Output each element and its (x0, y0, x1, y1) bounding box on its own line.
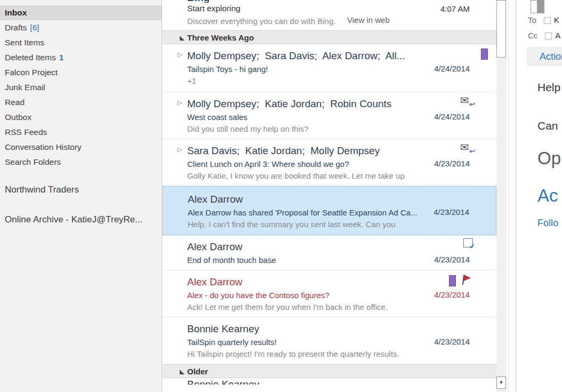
action-items-bar[interactable]: Action (527, 47, 562, 66)
to-row: ToK (528, 15, 559, 25)
email-subject: Alex Darrow has shared 'Proposal for Sea… (188, 208, 465, 217)
folder-label: Falcon Project (5, 68, 58, 77)
message-list-scrollbar[interactable]: ▼ (496, 0, 507, 392)
folder-label: RSS Feeds (5, 127, 47, 137)
email-date: 4/23/2014 (433, 207, 469, 217)
sidebar-item-deleted-items[interactable]: Deleted Items1 (0, 50, 162, 65)
category-icon[interactable] (449, 275, 456, 286)
replied-envelope-icon: ✉↩ (460, 95, 474, 107)
group-label: Three Weeks Ago (187, 33, 254, 42)
email-subject: Alex - do you have the Contoso figures? (187, 291, 464, 300)
scroll-down-button[interactable]: ▼ (496, 377, 506, 389)
pane-divider (508, 0, 509, 392)
expand-arrow-icon[interactable]: ▷ (178, 146, 182, 153)
email-date: 4/23/2014 (434, 337, 470, 346)
email-list-item[interactable]: ▷ Sara Davis; Katie Jordan; Molly Dempse… (163, 139, 496, 186)
account-online-archive[interactable]: Online Archive - KatieJ@TreyRe... (0, 214, 162, 225)
email-sender: Sara Davis; Katie Jordan; Molly Dempsey (187, 145, 496, 157)
sidebar-item-read[interactable]: Read (0, 95, 162, 110)
email-date: 4/24/2014 (434, 112, 470, 121)
email-sender: Bonnie Kearney (187, 323, 496, 335)
sidebar-item-outbox[interactable]: Outbox (0, 110, 162, 125)
group-label: Older (187, 367, 208, 376)
collapse-triangle-icon[interactable] (180, 370, 184, 374)
email-sender: Bonnie Kearney (187, 378, 496, 385)
scrollbar-thumb[interactable] (496, 0, 506, 58)
meeting-calendar-icon: ✓ (463, 238, 473, 247)
email-preview: Discover everything you can do with Bing… (187, 17, 496, 26)
folder-label: Outbox (5, 113, 31, 122)
envelope-icon: ✉ (460, 141, 469, 153)
message-list: Bing Start exploring Discover everything… (163, 0, 496, 392)
recipient-name[interactable]: K (554, 15, 559, 25)
email-list-item[interactable]: Alex Darrow End of month touch base 4/23… (163, 235, 496, 270)
envelope-icon: ✉ (460, 94, 469, 106)
expand-arrow-icon[interactable]: ▷ (178, 51, 182, 58)
reply-arrow-icon: ↩ (469, 100, 475, 108)
flag-pennant (464, 275, 471, 281)
email-list-item-selected[interactable]: Alex Darrow Alex Darrow has shared 'Prop… (163, 186, 496, 235)
folder-label: Sent Items (5, 38, 44, 47)
scroll-down-icon: ▼ (499, 380, 504, 385)
email-list-item-bing[interactable]: Start exploring Discover everything you … (163, 3, 496, 30)
email-sender: Molly Dempsey; Sara Davis; Alex Darrow; … (187, 50, 496, 62)
partial-bottom-row[interactable]: Bonnie Kearney (163, 378, 496, 385)
email-subject: End of month touch base (187, 255, 464, 265)
email-date: 4/23/2014 (434, 290, 470, 299)
email-sender: Molly Dempsey; Katie Jordan; Robin Count… (187, 98, 496, 110)
folder-label: Inbox (5, 8, 27, 17)
email-list-item[interactable]: ▷ Molly Dempsey; Sara Davis; Alex Darrow… (163, 44, 496, 92)
sidebar-item-drafts[interactable]: Drafts[6] (0, 20, 162, 35)
email-date: 4/23/2014 (434, 255, 470, 264)
email-preview: Help. I can't find the summary you sent … (188, 220, 465, 229)
view-in-web-link[interactable]: View in web (347, 15, 390, 25)
message-body-text: Can (537, 119, 558, 132)
sidebar-item-conversation-history[interactable]: Conversation History (0, 140, 162, 155)
account-northwind-traders[interactable]: Northwind Traders (0, 185, 162, 195)
email-preview: Did you still need my help on this? (187, 124, 464, 133)
sidebar-item-sent-items[interactable]: Sent Items (0, 35, 162, 50)
folder-label: Conversation History (5, 142, 82, 151)
email-subject: Client Lunch on April 3: Where should we… (187, 159, 464, 169)
group-header-older[interactable]: Older (163, 364, 496, 378)
email-subject: Tailspin Toys - hi gang! (187, 65, 464, 74)
email-date: 4/24/2014 (434, 64, 470, 73)
collapse-triangle-icon[interactable] (180, 36, 184, 41)
email-list-item[interactable]: ▷ Molly Dempsey; Katie Jordan; Robin Cou… (163, 92, 496, 139)
reading-pane: ToK CcA Action Help Can Op Ac Follo (516, 0, 562, 392)
email-time: 4:07 AM (440, 4, 470, 13)
contact-photo-icon (531, 0, 544, 13)
email-list-item-overdue[interactable]: Alex Darrow Alex - do you have the Conto… (163, 270, 496, 317)
folder-label: Deleted Items (5, 53, 56, 62)
sidebar-item-inbox[interactable]: Inbox (0, 5, 162, 20)
sidebar-item-rss-feeds[interactable]: RSS Feeds (0, 125, 162, 140)
unread-count: [6] (30, 23, 39, 32)
message-body-link[interactable]: Follo (537, 218, 558, 229)
folder-label: Search Folders (5, 157, 61, 166)
folder-label: Read (5, 98, 25, 107)
expand-arrow-icon[interactable]: ▷ (178, 99, 182, 106)
email-preview: Ack! Let me get them for you when I'm ba… (187, 302, 464, 311)
group-header-three-weeks-ago[interactable]: Three Weeks Ago (163, 30, 496, 44)
category-icon[interactable] (481, 49, 488, 60)
cc-row: CcA (528, 31, 560, 40)
folder-label: Drafts (5, 23, 27, 32)
recipient-name[interactable]: A (555, 31, 560, 40)
presence-indicator (545, 33, 552, 39)
replied-envelope-icon: ✉↩ (460, 142, 474, 154)
sidebar-item-search-folders[interactable]: Search Folders (0, 155, 162, 170)
email-sender: Alex Darrow (187, 241, 496, 253)
message-body-link[interactable]: Ac (537, 186, 558, 206)
email-preview: Hi Tailspin project! I'm ready to presen… (187, 349, 464, 358)
cc-label: Cc (528, 31, 537, 40)
unread-count: 1 (59, 53, 64, 62)
email-list-item[interactable]: Bonnie Kearney TailSpin quarterly result… (163, 317, 496, 364)
email-subject: TailSpin quarterly results! (187, 338, 464, 347)
message-body-heading: Op (537, 148, 561, 169)
follow-up-flag-icon[interactable] (461, 274, 472, 286)
accepted-check-icon: ✓ (469, 242, 475, 250)
folder-pane: Inbox Drafts[6] Sent Items Deleted Items… (0, 0, 162, 392)
sidebar-item-junk-email[interactable]: Junk Email (0, 80, 162, 95)
sidebar-item-falcon-project[interactable]: Falcon Project (0, 65, 162, 80)
email-sender: Alex Darrow (188, 193, 496, 206)
